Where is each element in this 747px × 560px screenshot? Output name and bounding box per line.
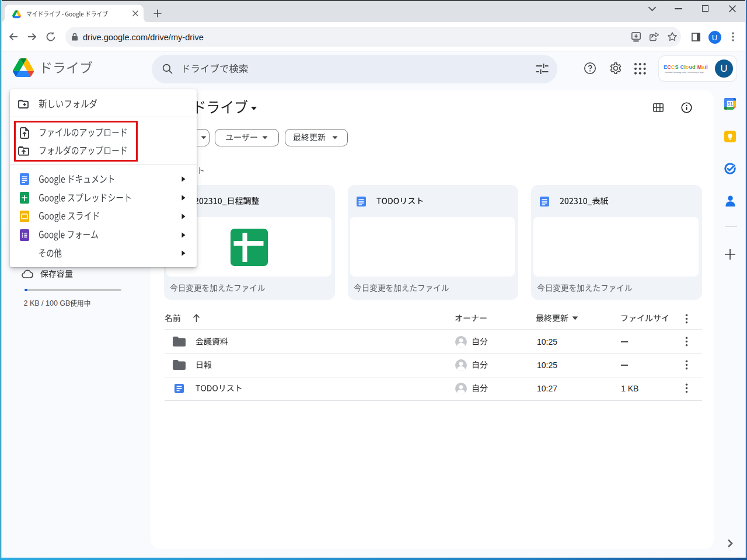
svg-text:31: 31 — [727, 101, 733, 107]
